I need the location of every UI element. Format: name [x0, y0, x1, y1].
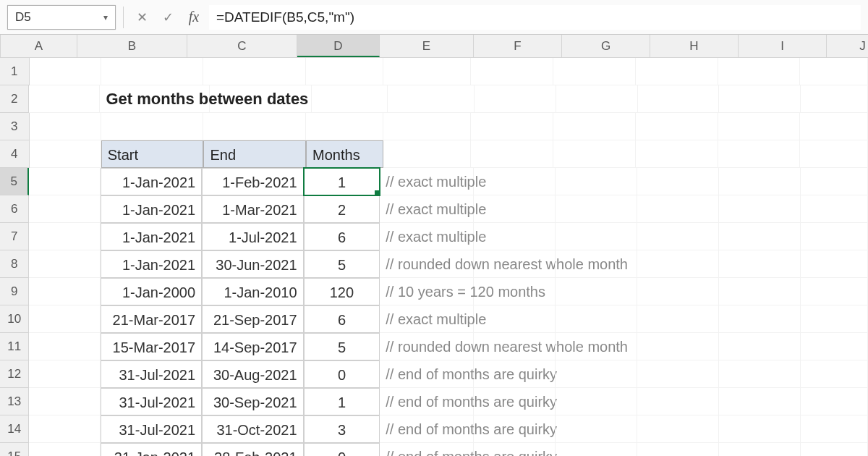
cell-start[interactable]: 1-Jan-2021 [101, 195, 202, 223]
cell-J7[interactable] [801, 223, 868, 250]
cell-months[interactable]: 1 [304, 388, 380, 415]
cell-E2[interactable] [388, 85, 475, 113]
cell-months[interactable]: 6 [304, 305, 380, 333]
cell-A12[interactable] [29, 360, 100, 388]
cell-F6[interactable] [474, 195, 556, 223]
cell-start[interactable]: 1-Jan-2000 [101, 278, 202, 305]
cell-F4[interactable] [471, 140, 553, 168]
row-header-11[interactable]: 11 [0, 333, 29, 360]
row-header-9[interactable]: 9 [0, 278, 29, 305]
cell-A13[interactable] [29, 388, 100, 415]
cell-end[interactable]: 1-Feb-2021 [202, 168, 303, 195]
cell-H10[interactable] [637, 305, 719, 333]
cell-comment[interactable]: // exact multiple [380, 195, 474, 223]
cell-J12[interactable] [801, 360, 868, 388]
cell-H6[interactable] [637, 195, 719, 223]
cell-F2[interactable] [475, 85, 556, 113]
cell-months[interactable]: 3 [304, 415, 380, 443]
cell-G15[interactable] [556, 443, 637, 456]
cell-A4[interactable] [30, 140, 101, 168]
cell-months[interactable]: 0 [304, 443, 380, 456]
cell-I14[interactable] [719, 415, 801, 443]
page-title[interactable]: Get months between dates [100, 85, 210, 113]
cell-G7[interactable] [556, 223, 637, 250]
cell-G13[interactable] [556, 388, 637, 415]
cell-J3[interactable] [800, 113, 868, 140]
row-header-4[interactable]: 4 [0, 140, 30, 168]
cell-A11[interactable] [29, 333, 100, 360]
cell-comment[interactable]: // end of months are quirky [380, 360, 474, 388]
formula-input[interactable]: =DATEDIF(B5,C5,"m") [209, 5, 861, 30]
header-months[interactable]: Months [306, 140, 383, 168]
row-header-1[interactable]: 1 [0, 58, 30, 85]
cell-months[interactable]: 2 [304, 195, 380, 223]
cell-end[interactable]: 31-Oct-2021 [202, 415, 303, 443]
row-header-10[interactable]: 10 [0, 305, 29, 333]
header-start[interactable]: Start [101, 140, 204, 168]
cell-J4[interactable] [800, 140, 868, 168]
cell-D2[interactable] [312, 85, 388, 113]
cell-F13[interactable] [474, 388, 556, 415]
cell-G10[interactable] [556, 305, 637, 333]
name-box[interactable]: D5 ▾ [7, 5, 116, 30]
cell-I11[interactable] [719, 333, 801, 360]
cell-J1[interactable] [800, 58, 868, 85]
cell-I1[interactable] [718, 58, 801, 85]
cell-I10[interactable] [719, 305, 801, 333]
cell-end[interactable]: 14-Sep-2017 [202, 333, 303, 360]
cell-start[interactable]: 1-Jan-2021 [101, 223, 202, 250]
column-header-A[interactable]: A [1, 35, 77, 57]
cell-J5[interactable] [801, 168, 868, 195]
cell-F12[interactable] [474, 360, 556, 388]
cell-G1[interactable] [553, 58, 636, 85]
cell-G11[interactable] [556, 333, 637, 360]
cell-I12[interactable] [719, 360, 801, 388]
cell-C3[interactable] [203, 113, 306, 140]
cell-A5[interactable] [29, 168, 100, 195]
cell-H5[interactable] [637, 168, 719, 195]
column-header-I[interactable]: I [739, 35, 827, 57]
cell-H12[interactable] [637, 360, 719, 388]
cell-start[interactable]: 31-Jan-2021 [101, 443, 202, 456]
cell-F10[interactable] [474, 305, 556, 333]
cell-I7[interactable] [719, 223, 801, 250]
cell-B3[interactable] [101, 113, 204, 140]
cell-G6[interactable] [556, 195, 637, 223]
cell-start[interactable]: 15-Mar-2017 [101, 333, 202, 360]
cell-comment[interactable]: // end of months are quirky [380, 415, 474, 443]
cell-J11[interactable] [801, 333, 868, 360]
cell-B1[interactable] [101, 58, 204, 85]
cancel-icon[interactable]: ✕ [131, 7, 153, 28]
header-end[interactable]: End [203, 140, 306, 168]
cell-C1[interactable] [203, 58, 306, 85]
cell-J9[interactable] [801, 278, 868, 305]
cell-comment[interactable]: // end of months are quirky [380, 443, 474, 456]
cell-end[interactable]: 30-Aug-2021 [202, 360, 303, 388]
cell-J8[interactable] [801, 250, 868, 278]
column-header-G[interactable]: G [562, 35, 650, 57]
cell-H4[interactable] [636, 140, 718, 168]
cell-G2[interactable] [556, 85, 638, 113]
column-header-C[interactable]: C [187, 35, 297, 57]
cell-I4[interactable] [718, 140, 801, 168]
cell-G5[interactable] [556, 168, 637, 195]
cell-F9[interactable] [474, 278, 556, 305]
cell-comment[interactable]: // rounded down nearest whole month [380, 250, 474, 278]
cell-I3[interactable] [718, 113, 801, 140]
cell-D3[interactable] [306, 113, 383, 140]
cell-A15[interactable] [29, 443, 100, 456]
cell-start[interactable]: 31-Jul-2021 [101, 360, 202, 388]
row-header-8[interactable]: 8 [0, 250, 29, 278]
cell-start[interactable]: 31-Jul-2021 [101, 415, 202, 443]
cell-G8[interactable] [556, 250, 637, 278]
cell-E3[interactable] [383, 113, 471, 140]
cell-I2[interactable] [719, 85, 801, 113]
cell-H7[interactable] [637, 223, 719, 250]
cell-F14[interactable] [474, 415, 556, 443]
cell-J14[interactable] [801, 415, 868, 443]
cell-A14[interactable] [29, 415, 100, 443]
cell-I6[interactable] [719, 195, 801, 223]
column-header-J[interactable]: J [827, 35, 868, 57]
column-header-E[interactable]: E [380, 35, 474, 57]
cell-A3[interactable] [30, 113, 101, 140]
